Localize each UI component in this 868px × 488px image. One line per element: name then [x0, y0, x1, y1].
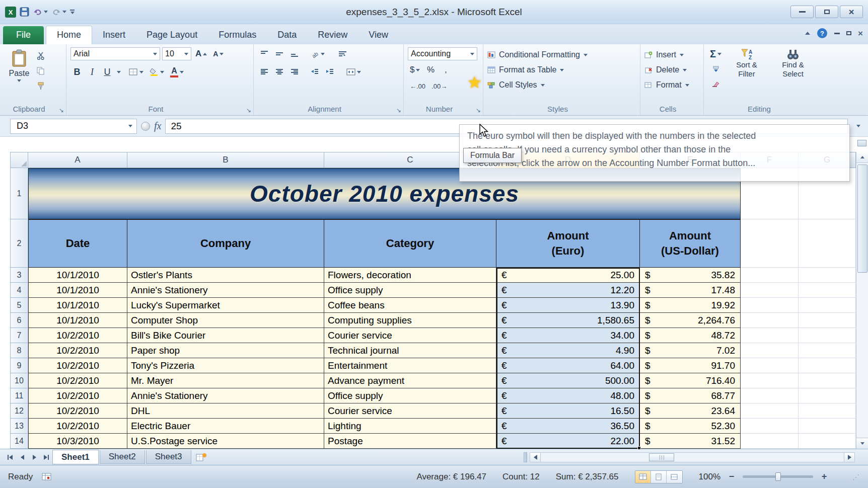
cell-F5[interactable] — [741, 298, 799, 313]
scroll-up-button[interactable] — [856, 152, 868, 163]
cell-B2[interactable]: Company — [127, 219, 324, 268]
column-header-A[interactable]: A — [28, 152, 127, 168]
zoom-slider[interactable] — [743, 475, 813, 478]
align-middle-button[interactable] — [273, 47, 286, 60]
customize-qat-button[interactable] — [70, 6, 75, 19]
tab-page-layout[interactable]: Page Layout — [136, 26, 208, 44]
align-right-button[interactable] — [288, 65, 301, 78]
format-as-table-button[interactable]: Format as Table — [487, 62, 637, 77]
row-header-12[interactable]: 12 — [10, 403, 28, 419]
cell-D2[interactable]: Amount (Euro) — [496, 219, 640, 268]
find-select-button[interactable]: Find & Select — [770, 47, 816, 91]
row-header-9[interactable]: 9 — [10, 358, 28, 373]
cell-D11[interactable]: €48.00 — [496, 388, 640, 403]
tab-home[interactable]: Home — [46, 26, 92, 45]
cell-F7[interactable] — [741, 328, 799, 343]
cell-D4[interactable]: €12.20 — [496, 283, 640, 298]
underline-button[interactable]: U — [101, 65, 114, 78]
cell-G3[interactable] — [799, 268, 856, 283]
cell-B14[interactable]: U.S.Postage service — [127, 434, 324, 449]
select-all-corner[interactable] — [10, 152, 28, 168]
cell-B13[interactable]: Electric Bauer — [127, 419, 324, 434]
comma-style-button[interactable]: , — [439, 63, 452, 76]
name-box[interactable]: D3 — [10, 119, 137, 134]
row-header-4[interactable]: 4 — [10, 283, 28, 298]
clipboard-dialog-launcher[interactable]: ↘ — [59, 107, 64, 114]
cell-G11[interactable] — [799, 388, 856, 403]
cell-A4[interactable]: 10/1/2010 — [28, 283, 127, 298]
cell-C14[interactable]: Postage — [324, 434, 496, 449]
row-header-8[interactable]: 8 — [10, 343, 28, 358]
cell-F14[interactable] — [741, 434, 799, 449]
cell-G6[interactable] — [799, 313, 856, 328]
cell-F12[interactable] — [741, 403, 799, 419]
cell-C10[interactable]: Advance payment — [324, 373, 496, 388]
cell-F4[interactable] — [741, 283, 799, 298]
restore-button[interactable] — [815, 6, 838, 18]
redo-dropdown-icon[interactable] — [62, 11, 66, 13]
percent-style-button[interactable]: % — [424, 63, 437, 76]
cell-F11[interactable] — [741, 388, 799, 403]
copy-button[interactable] — [34, 64, 47, 77]
italic-button[interactable]: I — [86, 65, 99, 78]
increase-indent-button[interactable] — [323, 65, 336, 78]
row-header-10[interactable]: 10 — [10, 373, 28, 388]
cell-C8[interactable]: Technical journal — [324, 343, 496, 358]
page-break-view-button[interactable] — [667, 471, 682, 483]
cell-E5[interactable]: $19.92 — [640, 298, 741, 313]
close-button[interactable]: × — [840, 6, 863, 18]
cell-E14[interactable]: $31.52 — [640, 434, 741, 449]
cell-E12[interactable]: $23.64 — [640, 403, 741, 419]
shrink-font-button[interactable]: A — [211, 47, 226, 60]
row-header-7[interactable]: 7 — [10, 328, 28, 343]
cell-G4[interactable] — [799, 283, 856, 298]
align-top-button[interactable] — [258, 47, 271, 60]
cell-styles-button[interactable]: Cell Styles — [487, 77, 637, 93]
cell-D13[interactable]: €36.50 — [496, 419, 640, 434]
cell-D3[interactable]: €25.00 — [496, 268, 640, 283]
scroll-down-button[interactable] — [856, 438, 868, 449]
cell-A2[interactable]: Date — [28, 219, 127, 268]
cell-F10[interactable] — [741, 373, 799, 388]
alignment-dialog-launcher[interactable]: ↘ — [396, 107, 401, 114]
row-header-5[interactable]: 5 — [10, 298, 28, 313]
underline-dropdown-icon[interactable] — [117, 71, 121, 73]
cell-B12[interactable]: DHL — [127, 403, 324, 419]
cell-D10[interactable]: €500.00 — [496, 373, 640, 388]
font-size-select[interactable]: 10 — [162, 47, 191, 60]
cell-E9[interactable]: $91.70 — [640, 358, 741, 373]
font-family-select[interactable]: Arial — [70, 47, 160, 60]
cell-D9[interactable]: €64.00 — [496, 358, 640, 373]
tab-review[interactable]: Review — [307, 26, 358, 44]
format-cells-button[interactable]: Format — [644, 77, 700, 93]
cell-G12[interactable] — [799, 403, 856, 419]
clear-button[interactable] — [708, 77, 724, 91]
doc-restore-button[interactable] — [846, 31, 851, 35]
cell-A5[interactable]: 10/1/2010 — [28, 298, 127, 313]
cell-F2[interactable] — [741, 219, 799, 268]
paste-button[interactable]: Paste — [4, 47, 34, 93]
sort-filter-button[interactable]: AZ Sort & Filter — [724, 47, 770, 91]
autosum-button[interactable]: Σ — [708, 47, 724, 60]
vertical-scroll-thumb[interactable] — [857, 165, 867, 273]
resize-grip-icon[interactable]: ⋰ — [852, 473, 860, 481]
cell-C4[interactable]: Office supply — [324, 283, 496, 298]
doc-close-button[interactable]: × — [858, 29, 863, 38]
cell-G14[interactable] — [799, 434, 856, 449]
cell-G2[interactable] — [799, 219, 856, 268]
cell-E11[interactable]: $68.77 — [640, 388, 741, 403]
collapse-ribbon-button[interactable] — [805, 32, 810, 35]
undo-button[interactable] — [33, 6, 48, 19]
row-header-13[interactable]: 13 — [10, 419, 28, 434]
cell-C6[interactable]: Computing supplies — [324, 313, 496, 328]
cell-G13[interactable] — [799, 419, 856, 434]
cell-F8[interactable] — [741, 343, 799, 358]
scroll-right-button[interactable] — [844, 452, 855, 462]
cell-C9[interactable]: Entertainment — [324, 358, 496, 373]
row-header-3[interactable]: 3 — [10, 268, 28, 283]
cell-A3[interactable]: 10/1/2010 — [28, 268, 127, 283]
cell-A11[interactable]: 10/2/2010 — [28, 388, 127, 403]
cell-D12[interactable]: €16.50 — [496, 403, 640, 419]
cell-C11[interactable]: Office supply — [324, 388, 496, 403]
help-button[interactable]: ? — [817, 28, 828, 39]
